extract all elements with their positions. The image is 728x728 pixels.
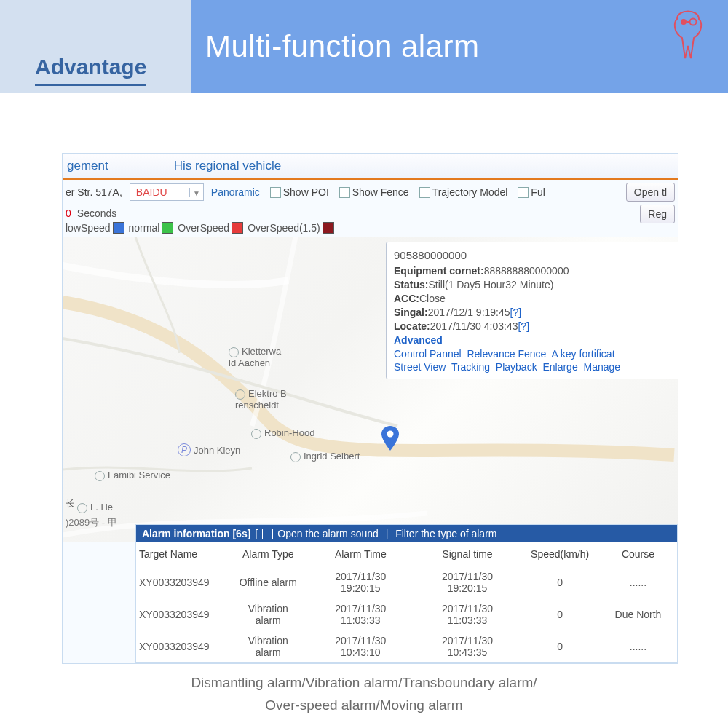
caption-line2: Over-speed alarm/Moving alarm: [0, 694, 728, 716]
manage-link[interactable]: Manage: [583, 361, 620, 373]
poi-elektro: Elektro B renscheidt: [235, 388, 287, 411]
locate-help-link[interactable]: [?]: [518, 320, 529, 332]
alarm-row[interactable]: XY0033203949 Vibrationalarm 2017/11/3010…: [136, 630, 677, 662]
full-checkbox[interactable]: Ful: [518, 186, 545, 198]
brand-logo: [666, 6, 710, 60]
alarm-title: Alarm information [6s]: [142, 528, 250, 539]
col-alarm-time: Alarm Time: [307, 542, 414, 566]
app-panel: gement His regional vehicle er Str. 517A…: [62, 153, 678, 664]
poi-john: John Kleyn: [194, 445, 240, 456]
poi-kletterwa: Kletterwa ld Aachen: [229, 346, 281, 368]
acc-val: Close: [419, 293, 446, 304]
device-id: 905880000000: [394, 248, 678, 263]
banner-title: Multi-function alarm: [205, 29, 479, 64]
open-button[interactable]: Open tl: [626, 183, 675, 202]
control-panel-link[interactable]: Control Pannel: [394, 348, 462, 360]
parking-icon: P: [178, 443, 191, 456]
col-signal-time: Signal time: [414, 542, 521, 566]
map-provider-value: BAIDU: [130, 186, 189, 198]
map-provider-select[interactable]: BAIDU ▼: [130, 183, 204, 201]
advanced-link[interactable]: Advanced: [394, 334, 443, 346]
poi-ingrid: Ingrid Seibert: [290, 451, 360, 462]
filter-row: er Str. 517A, BAIDU ▼ Panoramic Show POI…: [63, 180, 678, 205]
alarm-table-header: Target Name Alarm Type Alarm Time Signal…: [136, 542, 677, 566]
panoramic-link[interactable]: Panoramic: [211, 186, 260, 198]
show-poi-label: Show POI: [283, 186, 329, 198]
tab-management-frag[interactable]: gement: [63, 159, 108, 173]
col-course: Course: [599, 542, 677, 566]
acc-key: ACC:: [394, 293, 419, 304]
alarm-row[interactable]: XY0033203949 Vibrationalarm 2017/11/3011…: [136, 598, 677, 630]
legend-normal: normal: [129, 222, 174, 234]
alarm-row[interactable]: XY0033203949 Offline alarm 2017/11/3019:…: [136, 566, 677, 599]
poi-famibi: Famibi Service: [95, 470, 170, 481]
legend-overspeed15: OverSpeed(1.5): [248, 222, 334, 234]
full-label-frag: Ful: [531, 186, 545, 198]
address-fragment: er Str. 517A,: [66, 186, 122, 198]
legend-lowspeed: lowSpeed: [66, 222, 124, 234]
caption: Dismantling alarm/Vibration alarm/Transb…: [0, 671, 728, 717]
equip-val: 888888880000000: [484, 265, 569, 277]
enlarge-link[interactable]: Enlarge: [542, 361, 577, 373]
key-fortification-link[interactable]: A key fortificat: [551, 348, 614, 360]
tab-regional-vehicle[interactable]: His regional vehicle: [174, 159, 281, 173]
locate-val: 2017/11/30 4:03:43: [430, 320, 518, 332]
map[interactable]: Kletterwa ld Aachen Elektro B renscheidt…: [63, 237, 678, 542]
singal-key: Singal:: [394, 306, 428, 318]
poi-robin: Robin-Hood: [251, 427, 314, 439]
tracking-link[interactable]: Tracking: [451, 361, 490, 373]
relevance-fence-link[interactable]: Relevance Fence: [467, 348, 546, 360]
col-speed: Speed(km/h): [521, 542, 599, 566]
speed-legend: lowSpeed normal OverSpeed OverSpeed(1.5): [63, 219, 678, 237]
show-fence-label: Show Fence: [352, 186, 409, 198]
poi-lhe: L. He: [77, 502, 113, 513]
col-target-name: Target Name: [136, 542, 229, 566]
banner-left: Advantage: [0, 0, 191, 93]
caption-line1: Dismantling alarm/Vibration alarm/Transb…: [0, 671, 728, 694]
status-key: Status:: [394, 279, 428, 290]
alarm-filter-link[interactable]: Filter the type of alarm: [395, 528, 496, 539]
seconds-count: 0: [66, 207, 71, 219]
equip-key: Equipment cornet:: [394, 265, 484, 277]
playback-link[interactable]: Playback: [496, 361, 537, 373]
seconds-label: Seconds: [77, 207, 116, 219]
alarm-header: Alarm information [6s] [ Open the alarm …: [136, 525, 677, 542]
traj-model-label: Trajectory Model: [432, 186, 508, 198]
alarm-sound-checkbox[interactable]: [262, 529, 273, 539]
street-view-link[interactable]: Street View: [394, 361, 446, 373]
status-val: Still(1 Day5 Hour32 Minute): [428, 279, 553, 290]
alarm-panel: Alarm information [6s] [ Open the alarm …: [135, 524, 678, 663]
col-alarm-type: Alarm Type: [229, 542, 307, 566]
banner-right: Multi-function alarm: [191, 0, 728, 93]
traj-model-checkbox[interactable]: Trajectory Model: [419, 186, 508, 198]
alarm-table: Target Name Alarm Type Alarm Time Signal…: [136, 542, 677, 662]
svg-point-1: [690, 19, 697, 25]
show-fence-checkbox[interactable]: Show Fence: [339, 186, 409, 198]
app-header: gement His regional vehicle: [63, 154, 678, 180]
svg-point-2: [387, 431, 394, 438]
alarm-sound-label: Open the alarm sound: [277, 528, 379, 539]
singal-val: 2017/12/1 9:19:45: [428, 306, 510, 318]
chevron-down-icon: ▼: [189, 188, 203, 197]
locate-key: Locate:: [394, 320, 430, 332]
banner: Advantage Multi-function alarm: [0, 0, 728, 93]
legend-overspeed: OverSpeed: [178, 222, 243, 234]
show-poi-checkbox[interactable]: Show POI: [270, 186, 329, 198]
device-info-popup: 905880000000 Equipment cornet:8888888800…: [386, 242, 678, 379]
reg-button[interactable]: Reg: [640, 205, 675, 223]
banner-left-label: Advantage: [35, 55, 146, 86]
singal-help-link[interactable]: [?]: [510, 306, 522, 318]
svg-point-0: [681, 19, 687, 25]
map-scale: 长: [66, 497, 75, 510]
map-copyright: )2089号 - 甲: [66, 516, 117, 529]
map-pin-icon[interactable]: [381, 426, 399, 453]
